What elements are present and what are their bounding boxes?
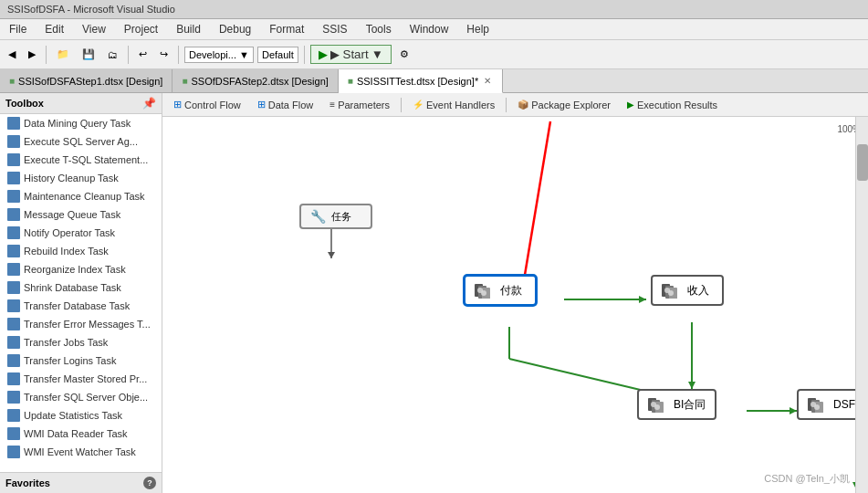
- menu-window[interactable]: Window: [404, 21, 455, 37]
- toolbox-item-rebuild-index[interactable]: Rebuild Index Task: [0, 242, 162, 260]
- sub-tab-data-flow[interactable]: ⊞ Data Flow: [250, 96, 321, 113]
- menu-build[interactable]: Build: [171, 21, 206, 37]
- task-icon: [7, 190, 20, 203]
- toolbox-item-exec-tsql[interactable]: Execute T-SQL Statement...: [0, 151, 162, 169]
- svg-marker-8: [688, 382, 695, 389]
- toolbox-item-history-cleanup[interactable]: History Cleanup Task: [0, 169, 162, 187]
- toolbox-pin-icon[interactable]: 📌: [142, 97, 156, 110]
- main-layout: Toolbox 📌 Data Mining Query Task Execute…: [0, 93, 868, 493]
- task-icon: [7, 446, 20, 458]
- task-icon: [7, 135, 20, 148]
- toolbox-panel: Toolbox 📌 Data Mining Query Task Execute…: [0, 93, 162, 493]
- toolbar-sep-3: [178, 46, 179, 64]
- node-icon-dsfc: [808, 396, 828, 413]
- sub-tab-control-flow[interactable]: ⊞ Control Flow: [166, 96, 248, 113]
- node-fukuan[interactable]: 付款: [464, 275, 537, 306]
- tab-step2[interactable]: ■ SSOfDSFAStep2.dtsx [Design]: [173, 69, 338, 92]
- task-icon: [7, 172, 20, 184]
- task-icon: [7, 299, 20, 312]
- task-icon: [7, 208, 20, 221]
- default-dropdown[interactable]: Default: [257, 47, 298, 63]
- toolbar-save[interactable]: 💾: [78, 46, 99, 63]
- start-button[interactable]: ▶ ▶ Start ▼: [310, 45, 392, 64]
- node-icon-fukuan: [475, 282, 495, 299]
- toolbar-undo[interactable]: ↩: [134, 46, 152, 63]
- toolbox-item-transfer-sql[interactable]: Transfer SQL Server Obje...: [0, 388, 162, 406]
- toolbar-sep-1: [46, 46, 47, 64]
- task-icon: [7, 153, 20, 166]
- task-icon: [7, 263, 20, 276]
- svg-marker-10: [790, 407, 797, 414]
- svg-point-28: [668, 290, 674, 296]
- toolbox-item-notify[interactable]: Notify Operator Task: [0, 224, 162, 242]
- help-icon[interactable]: ?: [143, 477, 156, 489]
- sub-tab-event-handlers[interactable]: ⚡ Event Handlers: [405, 97, 502, 113]
- toolbar-sep-2: [128, 46, 129, 64]
- menu-help[interactable]: Help: [461, 21, 495, 37]
- toolbar-open[interactable]: 📁: [52, 46, 74, 63]
- toolbar-forward[interactable]: ▶: [24, 46, 40, 63]
- menu-bar: File Edit View Project Build Debug Forma…: [0, 19, 868, 40]
- toolbar-extra[interactable]: ⚙: [395, 46, 413, 63]
- node-label-shouru: 收入: [687, 283, 709, 299]
- favorites-label: Favorites: [5, 477, 50, 488]
- menu-project[interactable]: Project: [119, 21, 163, 37]
- toolbox-item-data-mining[interactable]: Data Mining Query Task: [0, 114, 162, 132]
- svg-line-17: [523, 121, 550, 286]
- toolbox-item-transfer-jobs[interactable]: Transfer Jobs Task: [0, 333, 162, 351]
- toolbox-item-shrink-db[interactable]: Shrink Database Task: [0, 278, 162, 297]
- sub-tab-execution-results[interactable]: ▶ Execution Results: [620, 97, 725, 113]
- toolbox-item-transfer-err[interactable]: Transfer Error Messages T...: [0, 315, 162, 333]
- node-label-fukuan: 付款: [500, 283, 522, 299]
- toolbox-item-reorganize-index[interactable]: Reorganize Index Task: [0, 260, 162, 278]
- task-icon: [7, 354, 20, 367]
- tab-close-test[interactable]: ✕: [482, 76, 493, 86]
- sub-tab-bar: ⊞ Control Flow ⊞ Data Flow ≡ Parameters …: [162, 93, 868, 117]
- start-icon: ▶: [319, 47, 328, 61]
- node-label-bihe: BI合同: [674, 397, 706, 413]
- toolbox-item-transfer-master[interactable]: Transfer Master Stored Pr...: [0, 370, 162, 388]
- menu-format[interactable]: Format: [264, 21, 309, 37]
- toolbox-footer: Favorites ?: [0, 472, 162, 493]
- toolbox-item-update-stats[interactable]: Update Statistics Task: [0, 406, 162, 425]
- toolbox-item-maintenance-cleanup[interactable]: Maintenance Cleanup Task: [0, 187, 162, 205]
- menu-file[interactable]: File: [4, 21, 32, 37]
- toolbox-item-exec-sql[interactable]: Execute SQL Server Ag...: [0, 132, 162, 151]
- task-icon: [7, 245, 20, 257]
- sub-tab-package-explorer[interactable]: 📦 Package Explorer: [510, 97, 618, 113]
- node-bihe[interactable]: BI合同: [637, 389, 716, 420]
- toolbox-item-transfer-logins[interactable]: Transfer Logins Task: [0, 351, 162, 370]
- menu-view[interactable]: View: [77, 21, 111, 37]
- node-shouru[interactable]: 收入: [651, 275, 724, 306]
- sub-tab-parameters[interactable]: ≡ Parameters: [322, 97, 397, 113]
- toolbox-item-wmi-reader[interactable]: WMI Data Reader Task: [0, 425, 162, 443]
- tab-test[interactable]: ■ SSISSITTest.dtsx [Design]* ✕: [339, 69, 503, 93]
- tab-step1[interactable]: ■ SSISofDSFAStep1.dtsx [Design]: [0, 69, 173, 92]
- node-task-top[interactable]: 🔧 任务: [299, 204, 372, 229]
- node-icon-top: 🔧: [310, 209, 326, 224]
- toolbox-item-wmi-event[interactable]: WMI Event Watcher Task: [0, 443, 162, 461]
- menu-debug[interactable]: Debug: [214, 21, 256, 37]
- task-icon: [7, 318, 20, 330]
- svg-point-33: [654, 404, 660, 410]
- design-canvas[interactable]: 🔧 任务 付款: [162, 117, 868, 493]
- task-icon: [7, 409, 20, 422]
- toolbar-back[interactable]: ◀: [4, 46, 20, 63]
- toolbox-item-transfer-db[interactable]: Transfer Database Task: [0, 297, 162, 315]
- canvas-area: ⊞ Control Flow ⊞ Data Flow ≡ Parameters …: [162, 93, 868, 493]
- menu-ssis[interactable]: SSIS: [317, 21, 352, 37]
- watermark: CSDN @Teln_小凯: [764, 472, 850, 486]
- toolbar-redo[interactable]: ↪: [155, 46, 173, 63]
- developer-dropdown[interactable]: Developi... ▼: [184, 47, 254, 63]
- menu-edit[interactable]: Edit: [39, 21, 69, 37]
- menu-tools[interactable]: Tools: [361, 21, 397, 37]
- toolbar-save-all[interactable]: 🗂: [103, 47, 122, 63]
- toolbar-sep-4: [304, 46, 305, 64]
- svg-marker-1: [328, 252, 335, 258]
- task-icon: [7, 427, 20, 440]
- scrollbar-vertical[interactable]: [855, 117, 868, 493]
- svg-marker-3: [639, 296, 646, 303]
- title-bar: SSISofDSFA - Microsoft Visual Studio: [0, 0, 868, 19]
- task-icon: [7, 226, 20, 239]
- toolbox-item-msg-queue[interactable]: Message Queue Task: [0, 205, 162, 224]
